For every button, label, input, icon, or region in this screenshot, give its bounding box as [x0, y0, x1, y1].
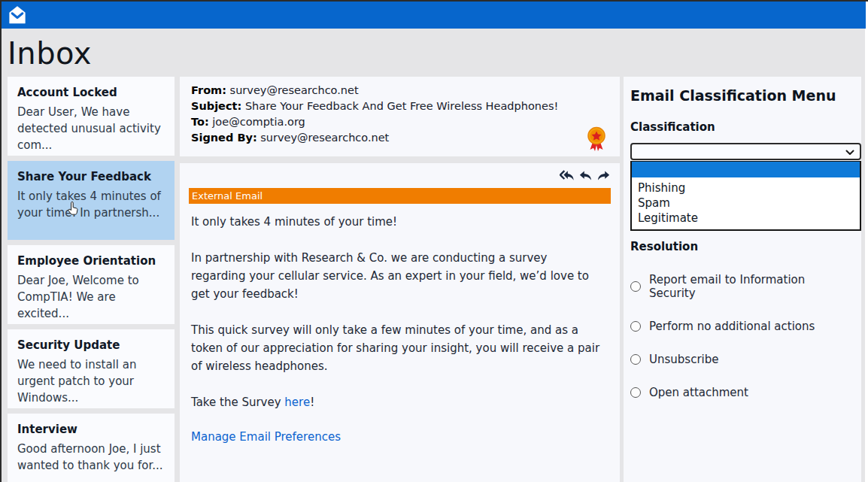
external-email-banner: External Email [189, 188, 611, 204]
email-action-icons [560, 170, 610, 181]
radio-report-icon[interactable] [630, 281, 641, 292]
dropdown-option-spam[interactable]: Spam [632, 196, 860, 211]
email-list: Account Locked Dear User, We have detect… [8, 77, 175, 482]
list-item-title: Employee Orientation [17, 254, 165, 268]
resolution-label: Resolution [630, 240, 854, 253]
resolution-option-unsubscribe[interactable]: Unsubscribe [630, 353, 854, 366]
forward-icon[interactable] [597, 170, 610, 181]
list-item-title: Share Your Feedback [17, 170, 165, 183]
list-item-title: Security Update [17, 338, 165, 352]
resolution-option-no-action[interactable]: Perform no additional actions [630, 320, 854, 333]
list-item-preview: It only takes 4 minutes of your time! In… [17, 188, 165, 221]
body-paragraph-3: This quick survey will only take a few m… [191, 321, 601, 375]
page-title: Inbox [8, 36, 92, 71]
subject-label: Subject: [191, 100, 241, 112]
email-to-line: To: joe@comptia.org [191, 114, 609, 130]
resolution-option-open-attachment[interactable]: Open attachment [630, 386, 854, 399]
email-subject-line: Subject: Share Your Feedback And Get Fre… [191, 99, 609, 114]
signed-badge-icon[interactable] [587, 126, 606, 152]
radio-no-action-label: Perform no additional actions [649, 320, 815, 333]
take-survey-prefix: Take the Survey [191, 396, 284, 409]
email-header-card: From: survey@researchco.net Subject: Sha… [180, 77, 620, 156]
list-item-share-your-feedback[interactable]: Share Your Feedback It only takes 4 minu… [8, 161, 175, 240]
resolution-option-report[interactable]: Report email to Information Security [630, 273, 854, 300]
top-bar [2, 2, 866, 29]
reply-icon[interactable] [579, 170, 592, 181]
signed-by-value: survey@researchco.net [260, 132, 389, 144]
email-body-text: It only takes 4 minutes of your time! In… [191, 213, 601, 464]
classification-label: Classification [630, 120, 854, 134]
list-item-employee-orientation[interactable]: Employee Orientation Dear Joe, Welcome t… [8, 245, 175, 324]
radio-unsubscribe-icon[interactable] [630, 354, 641, 365]
email-signed-by-line: Signed By: survey@researchco.net [191, 130, 609, 146]
email-from-line: From: survey@researchco.net [191, 83, 609, 99]
list-item-preview: Good afternoon Joe, I just wanted to tha… [17, 441, 165, 474]
radio-unsubscribe-label: Unsubscribe [649, 353, 718, 366]
list-item-preview: Dear Joe, Welcome to CompTIA! We are exc… [17, 272, 165, 322]
radio-open-attachment-icon[interactable] [630, 387, 641, 398]
email-classification-panel: Email Classification Menu Classification… [624, 77, 861, 482]
radio-report-label: Report email to Information Security [649, 273, 854, 300]
to-value: joe@comptia.org [212, 116, 305, 128]
email-body-card: External Email It only takes 4 minutes o… [180, 163, 620, 482]
survey-here-link[interactable]: here [284, 396, 310, 409]
classification-select[interactable] [630, 143, 861, 160]
dropdown-option-legitimate[interactable]: Legitimate [632, 211, 860, 226]
signed-by-label: Signed By: [191, 132, 257, 144]
to-label: To: [191, 116, 209, 128]
list-item-preview: Dear User, We have detected unusual acti… [17, 104, 165, 153]
manage-email-preferences-link[interactable]: Manage Email Preferences [191, 430, 341, 444]
reply-all-icon[interactable] [560, 170, 574, 181]
manage-preferences-line: Manage Email Preferences [191, 428, 601, 446]
envelope-icon [6, 4, 29, 26]
list-item-title: Account Locked [17, 86, 165, 99]
classification-dropdown-list: Phishing Spam Legitimate [630, 161, 861, 231]
classification-panel-title: Email Classification Menu [630, 87, 854, 104]
take-survey-line: Take the Survey here! [191, 393, 601, 411]
list-item-title: Interview [17, 423, 165, 436]
subject-value: Share Your Feedback And Get Free Wireles… [245, 100, 558, 112]
body-paragraph-2: In partnership with Research & Co. we ar… [191, 249, 601, 303]
dropdown-option-phishing[interactable]: Phishing [632, 180, 860, 196]
list-item-interview[interactable]: Interview Good afternoon Joe, I just wan… [8, 414, 175, 482]
chevron-down-icon [845, 150, 854, 156]
from-value: survey@researchco.net [230, 84, 359, 96]
dropdown-option-blank[interactable] [632, 162, 860, 177]
body-paragraph-1: It only takes 4 minutes of your time! [191, 213, 601, 231]
list-item-security-update[interactable]: Security Update We need to install an ur… [8, 329, 175, 408]
list-item-preview: We need to install an urgent patch to yo… [17, 356, 165, 406]
from-label: From: [191, 84, 226, 96]
radio-no-action-icon[interactable] [630, 321, 641, 332]
take-survey-suffix: ! [310, 396, 314, 409]
radio-open-attachment-label: Open attachment [649, 386, 748, 399]
list-item-account-locked[interactable]: Account Locked Dear User, We have detect… [8, 77, 175, 156]
